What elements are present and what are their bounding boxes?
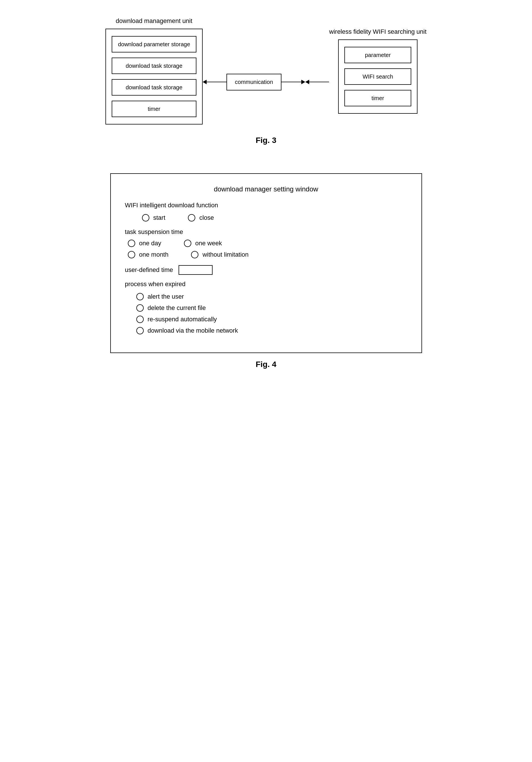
one-week-label: one week [195,240,222,247]
comm-box: communication [227,74,282,91]
fig4-box: download manager setting window WIFI int… [110,173,422,353]
fig3-diagram: download management unit download parame… [39,17,493,124]
fig3-label: Fig. 3 [256,136,276,145]
left-box-4: timer [112,101,196,117]
arrowhead-right1 [301,80,305,84]
one-month-item: one month [128,251,168,258]
left-unit: download management unit download parame… [105,17,203,124]
left-box-3: download task storage [112,79,196,96]
one-week-radio[interactable] [184,240,191,247]
start-radio-item: start [142,214,166,221]
start-label: start [153,214,166,221]
download-mobile-radio[interactable] [136,327,144,334]
user-time-row: user-defined time [125,265,407,275]
close-label: close [199,214,214,221]
one-month-label: one month [139,251,168,258]
one-day-label: one day [139,240,161,247]
delete-radio[interactable] [136,304,144,312]
suspension-label: task suspension time [125,228,407,236]
left-arrow-group [203,80,227,84]
right-big-box: parameter WIFI search timer [338,39,418,114]
without-limitation-radio[interactable] [191,251,198,258]
month-limitation-row: one month without limitation [128,251,407,258]
fig4-title: download manager setting window [125,185,407,193]
close-radio[interactable] [188,214,195,221]
left-big-box: download parameter storage download task… [105,29,203,124]
right-arrow-group [282,80,305,84]
diagram-middle: communication [203,51,329,91]
without-limitation-label: without limitation [202,251,248,258]
download-mobile-label: download via the mobile network [148,327,238,334]
right-box-1: parameter [344,47,411,63]
delete-label: delete the current file [148,304,206,312]
alert-radio[interactable] [136,293,144,300]
resuspend-item: re-suspend automatically [136,316,407,323]
start-close-row: start close [142,214,407,221]
alert-item: alert the user [136,293,407,300]
left-unit-title: download management unit [116,17,192,25]
close-radio-item: close [188,214,214,221]
start-radio[interactable] [142,214,149,221]
user-time-input[interactable] [178,265,213,275]
fig4-container: download manager setting window WIFI int… [110,173,422,369]
user-defined-label: user-defined time [125,266,173,274]
wifi-label: WIFI intelligent download function [125,202,407,209]
right-unit: wireless fidelity WIFI searching unit pa… [329,28,427,114]
without-limitation-item: without limitation [191,251,248,258]
resuspend-label: re-suspend automatically [148,316,217,323]
right-unit-title: wireless fidelity WIFI searching unit [329,28,427,36]
one-day-radio[interactable] [128,240,135,247]
download-mobile-item: download via the mobile network [136,327,407,334]
one-week-item: one week [184,240,222,247]
one-day-item: one day [128,240,161,247]
right-arrow-group2 [305,80,329,84]
fig3-container: download management unit download parame… [39,17,493,145]
resuspend-radio[interactable] [136,316,144,323]
day-week-row: one day one week [128,240,407,247]
right-box-2: WIFI search [344,68,411,85]
one-month-radio[interactable] [128,251,135,258]
left-box-2: download task storage [112,57,196,74]
arrowhead-left1 [203,80,207,84]
delete-item: delete the current file [136,304,407,312]
right-box-3: timer [344,90,411,106]
arrowhead-left2 [305,80,309,84]
fig4-label: Fig. 4 [256,360,276,369]
left-box-1: download parameter storage [112,36,196,52]
alert-label: alert the user [148,293,184,300]
process-label: process when expired [125,280,407,288]
